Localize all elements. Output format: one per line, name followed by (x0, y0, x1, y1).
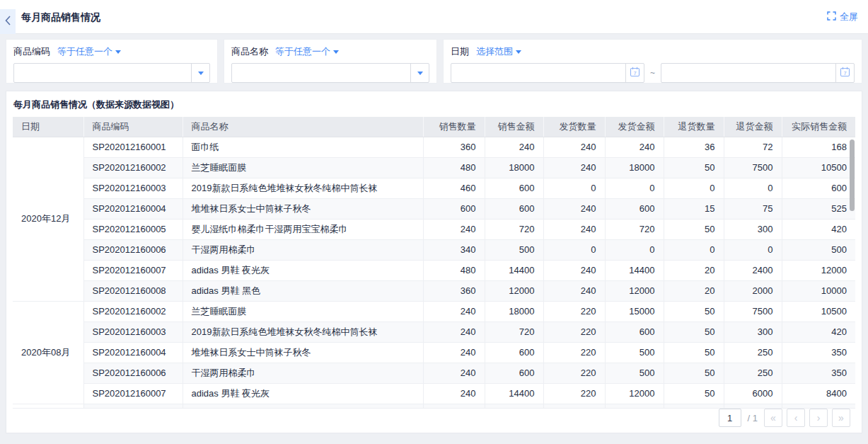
actual-amount-cell: 600 (782, 178, 855, 198)
product-name-cell: 堆堆袜日系女士中筒袜子秋冬 (183, 342, 423, 363)
qty-returned-cell: 0 (664, 239, 724, 260)
product-name-cell: adidas 男鞋 夜光灰 (183, 383, 423, 404)
product-code-value (14, 64, 191, 82)
product-code-label: 商品编码 (13, 45, 50, 58)
next-page-button[interactable]: › (809, 409, 828, 427)
amt-shipped-cell: 0 (605, 239, 664, 260)
amt-returned-cell: 7500 (724, 301, 782, 321)
product-name-dropdown-button[interactable] (410, 64, 429, 82)
filter-bar: 商品编码 等于任意一个 商品名称 等于任意一个 (6, 39, 862, 84)
product-name-cell: 干湿两用棉柔巾 (183, 363, 423, 383)
table-row: SP202012160005婴儿湿纸巾棉柔巾干湿两用宝宝棉柔巾240720240… (13, 219, 855, 239)
qty-sold-cell: 360 (423, 137, 485, 157)
product-name-cell: 干湿两用棉柔巾 (183, 239, 423, 260)
amt-sold-cell: 240 (485, 404, 543, 409)
amt-sold-cell: 240 (485, 137, 543, 157)
amt-shipped-cell: 12000 (605, 280, 664, 301)
amt-shipped-cell: 15000 (605, 301, 664, 321)
date-end-picker-button[interactable]: 7 (835, 64, 854, 82)
col-header-amt-returned: 退货金额 (724, 117, 782, 137)
amt-shipped-cell: 12000 (605, 383, 664, 404)
qty-sold-cell: 240 (423, 404, 485, 409)
qty-shipped-cell: 240 (543, 280, 605, 301)
prev-page-button[interactable]: ‹ (787, 409, 805, 427)
vertical-scrollbar-thumb[interactable] (850, 140, 855, 211)
product-name-label: 商品名称 (231, 45, 268, 58)
qty-sold-cell: 340 (423, 239, 485, 260)
date-group-cell (13, 404, 83, 409)
last-page-button[interactable]: » (832, 409, 850, 427)
product-code-dropdown-button[interactable] (191, 64, 209, 82)
qty-shipped-cell: 220 (543, 301, 605, 321)
qty-shipped-cell: 240 (543, 198, 605, 219)
product-code-cell: SP202012160005 (83, 219, 183, 239)
calendar-icon: 7 (630, 67, 640, 80)
qty-returned-cell: 50 (664, 404, 724, 409)
amt-sold-cell: 500 (485, 239, 543, 260)
back-button[interactable] (0, 9, 16, 34)
product-code-select[interactable] (13, 63, 210, 83)
amt-shipped-cell: 500 (605, 342, 664, 363)
col-header-amt-shipped: 发货金额 (605, 117, 664, 137)
filter-date: 日期 选择范围 7 ~ 7 (443, 39, 862, 84)
chevron-down-icon (417, 72, 423, 75)
filter-product-code: 商品编码 等于任意一个 (6, 39, 218, 84)
product-name-cell: 面巾纸 (183, 404, 423, 409)
qty-returned-cell: 50 (664, 383, 724, 404)
amt-sold-cell: 600 (485, 342, 543, 363)
table-row: SP202012160008adidas 男鞋 黑色36012000240120… (13, 280, 855, 301)
amt-returned-cell: 400 (724, 404, 782, 409)
fullscreen-button[interactable]: 全屏 (827, 0, 858, 34)
qty-shipped-cell: 220 (543, 342, 605, 363)
product-code-operator[interactable]: 等于任意一个 (57, 45, 121, 58)
svg-text:7: 7 (843, 69, 846, 76)
date-end-input[interactable]: 7 (661, 63, 855, 83)
sales-table: 日期 商品编码 商品名称 销售数量 销售金额 发货数量 发货金额 退货数量 退货… (13, 117, 855, 409)
date-operator[interactable]: 选择范围 (476, 45, 521, 58)
page-number-input[interactable] (719, 409, 741, 427)
date-start-picker-button[interactable]: 7 (625, 64, 644, 82)
product-name-cell: 婴儿湿纸巾棉柔巾干湿两用宝宝棉柔巾 (183, 219, 423, 239)
date-group-cell: 2020年12月 (13, 137, 83, 301)
table-row: SP202012160007adidas 男鞋 夜光灰4801440024014… (13, 260, 855, 280)
col-header-product-name: 商品名称 (183, 117, 423, 137)
actual-amount-cell: 10500 (782, 301, 855, 321)
actual-amount-cell: 525 (782, 198, 855, 219)
amt-sold-cell: 600 (485, 363, 543, 383)
pagination: / 1 « ‹ › » (719, 409, 850, 427)
qty-shipped-cell: 220 (543, 321, 605, 342)
product-code-cell: SP202012160007 (83, 260, 183, 280)
amt-sold-cell: 720 (485, 321, 543, 342)
chevron-down-icon (198, 72, 204, 75)
actual-amount-cell: 420 (782, 321, 855, 342)
qty-shipped-cell: 240 (543, 137, 605, 157)
col-header-actual-amount: 实际销售金额 (782, 117, 855, 137)
date-start-input[interactable]: 7 (451, 63, 644, 83)
col-header-qty-returned: 退货数量 (664, 117, 724, 137)
product-code-cell: SP202012160004 (83, 198, 183, 219)
qty-returned-cell: 36 (664, 137, 724, 157)
chevron-left-icon (4, 15, 11, 29)
table-row: 2020年08月SP202012160002兰芝睡眠面膜240180002201… (13, 301, 855, 321)
product-name-select[interactable] (231, 63, 429, 83)
table-title: 每月商品销售情况（数据来源数据视图） (6, 91, 862, 117)
amt-sold-cell: 12000 (485, 280, 543, 301)
fullscreen-icon (827, 11, 836, 23)
product-name-cell: 2019新款日系纯色堆堆袜女秋冬纯棉中筒长袜 (183, 178, 423, 198)
amt-returned-cell: 0 (724, 239, 782, 260)
product-name-operator[interactable]: 等于任意一个 (275, 45, 339, 58)
qty-sold-cell: 460 (423, 178, 485, 198)
qty-sold-cell: 240 (423, 342, 485, 363)
amt-sold-cell: 18000 (485, 301, 543, 321)
first-page-button[interactable]: « (764, 409, 782, 427)
qty-returned-cell: 50 (664, 342, 724, 363)
date-end-value (661, 64, 835, 82)
product-code-cell: SP202012160008 (83, 280, 183, 301)
qty-sold-cell: 360 (423, 280, 485, 301)
double-chevron-left-icon: « (770, 412, 776, 423)
product-code-cell: SP202012160003 (83, 178, 183, 198)
qty-returned-cell: 50 (664, 321, 724, 342)
amt-shipped-cell: 200 (605, 404, 664, 409)
product-name-cell: 兰芝睡眠面膜 (183, 157, 423, 178)
double-chevron-right-icon: » (838, 412, 844, 423)
